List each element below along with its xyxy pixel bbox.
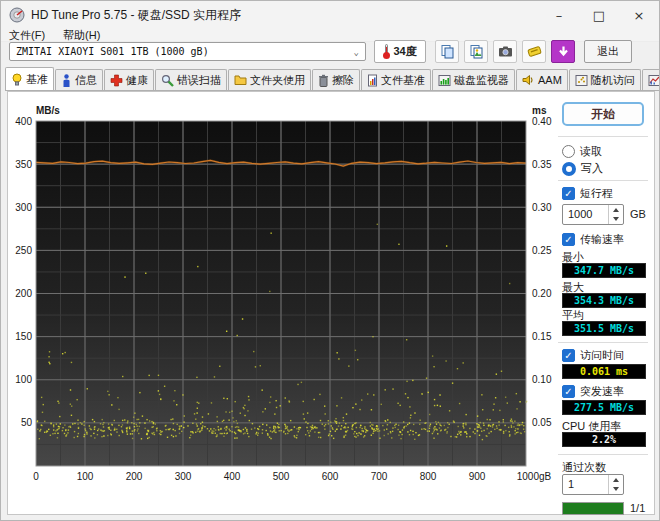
tab-label: 磁盘监视器: [454, 73, 509, 88]
magnifier-icon: [161, 74, 174, 87]
access-time-checkbox[interactable]: ✓: [562, 349, 575, 362]
save-results-button[interactable]: [522, 40, 546, 63]
svg-text:0.20: 0.20: [532, 288, 552, 299]
burst-rate-label: 突发速率: [580, 384, 624, 399]
burst-rate-value: 277.5 MB/s: [562, 400, 646, 415]
tab-label: AAM: [538, 74, 562, 86]
svg-text:300: 300: [175, 471, 192, 482]
copy-text-button[interactable]: [435, 40, 459, 63]
svg-text:200: 200: [15, 288, 32, 299]
svg-text:0.10: 0.10: [532, 374, 552, 385]
drive-selector-value: ZMITAI XIAOYI S001 1TB (1000 gB): [16, 46, 209, 57]
access-time-row[interactable]: ✓ 访问时间: [562, 348, 624, 363]
file-chart-icon: [367, 74, 378, 87]
copy-screenshot-button[interactable]: [464, 40, 488, 63]
short-stroke-row[interactable]: ✓ 短行程: [562, 186, 613, 201]
app-icon: [9, 7, 25, 23]
thermometer-icon: [383, 44, 390, 59]
tab-health[interactable]: 健康: [104, 69, 154, 90]
short-stroke-label: 短行程: [580, 186, 613, 201]
save-screenshot-button[interactable]: [493, 40, 517, 63]
burst-rate-checkbox[interactable]: ✓: [562, 385, 575, 398]
copy-image-icon: [469, 44, 484, 59]
menu-file[interactable]: 文件(F): [9, 28, 45, 43]
tab-label: 文件夹使用: [250, 73, 305, 88]
tab-folder-usage[interactable]: 文件夹使用: [228, 69, 311, 90]
tab-extra-tests[interactable]: 额外测试: [642, 69, 660, 90]
svg-text:200: 200: [126, 471, 143, 482]
download-arrow-icon: [557, 45, 570, 58]
tab-disk-monitor[interactable]: 磁盘监视器: [432, 69, 515, 90]
temperature-value: 34度: [393, 44, 416, 59]
read-radio-row[interactable]: 读取: [562, 144, 602, 159]
folder-icon: [234, 74, 247, 86]
svg-text:600: 600: [322, 471, 339, 482]
svg-text:0.25: 0.25: [532, 245, 552, 256]
trash-icon: [318, 74, 329, 87]
svg-text:150: 150: [15, 331, 32, 342]
svg-text:900: 900: [469, 471, 486, 482]
tab-label: 文件基准: [381, 73, 425, 88]
hdtune-window: HD Tune Pro 5.75 - 硬盘/SSD 实用程序 – □ × 文件(…: [0, 0, 660, 521]
short-stroke-size-input[interactable]: 1000: [562, 204, 624, 225]
monitor-chart-icon: [438, 74, 451, 87]
temperature-button[interactable]: 34度: [374, 40, 426, 63]
cpu-usage-value: 2.2%: [562, 432, 646, 447]
spin-up-icon[interactable]: [613, 208, 619, 212]
transfer-rate-row[interactable]: ✓ 传输速率: [562, 232, 624, 247]
window-title: HD Tune Pro 5.75 - 硬盘/SSD 实用程序: [31, 7, 241, 24]
extra-chart-icon: [648, 74, 660, 87]
tab-label: 擦除: [332, 73, 354, 88]
svg-text:500: 500: [273, 471, 290, 482]
svg-text:50: 50: [21, 417, 33, 428]
access-time-value: 0.061 ms: [562, 364, 646, 379]
spin-down-icon[interactable]: [613, 487, 619, 491]
read-radio[interactable]: [562, 145, 575, 158]
spin-down-icon[interactable]: [613, 217, 619, 221]
menu-help[interactable]: 帮助(H): [63, 28, 100, 43]
red-cross-icon: [110, 74, 123, 87]
burst-rate-row[interactable]: ✓ 突发速率: [562, 384, 624, 399]
pass-count-label: 通过次数: [562, 460, 606, 475]
drive-selector[interactable]: ZMITAI XIAOYI S001 1TB (1000 gB) ⌄: [9, 42, 366, 61]
tab-label: 信息: [75, 73, 97, 88]
tab-file-benchmark[interactable]: 文件基准: [361, 69, 431, 90]
start-button[interactable]: 开始: [562, 102, 644, 126]
scatter-chart-icon: [575, 74, 588, 87]
maximize-button[interactable]: □: [579, 1, 619, 29]
benchmark-controls: 开始 读取 写入 ✓ 短行程 1000 GB ✓ 传输速率: [556, 92, 652, 514]
tab-label: 随机访问: [591, 73, 635, 88]
close-button[interactable]: ×: [619, 1, 659, 29]
exit-button[interactable]: 退出: [584, 40, 632, 63]
access-time-label: 访问时间: [580, 348, 624, 363]
chevron-down-icon: ⌄: [354, 47, 359, 57]
short-stroke-checkbox[interactable]: ✓: [562, 187, 575, 200]
minimize-button[interactable]: –: [539, 1, 579, 29]
tab-error-scan[interactable]: 错误扫描: [155, 69, 227, 90]
write-label: 写入: [581, 161, 603, 176]
svg-text:0.30: 0.30: [532, 202, 552, 213]
info-icon: [61, 74, 72, 87]
tab-benchmark[interactable]: 基准: [5, 67, 54, 90]
spin-up-icon[interactable]: [613, 478, 619, 482]
tab-info[interactable]: 信息: [55, 69, 103, 90]
tab-aam[interactable]: AAM: [516, 69, 568, 90]
svg-text:250: 250: [15, 245, 32, 256]
write-radio-row[interactable]: 写入: [562, 161, 603, 176]
update-button[interactable]: [551, 40, 575, 63]
svg-text:1000gB: 1000gB: [517, 471, 552, 482]
tab-erase[interactable]: 擦除: [312, 69, 360, 90]
transfer-rate-label: 传输速率: [580, 232, 624, 247]
write-radio[interactable]: [562, 162, 576, 176]
svg-text:0.15: 0.15: [532, 331, 552, 342]
transfer-rate-checkbox[interactable]: ✓: [562, 233, 575, 246]
tab-label: 基准: [26, 72, 48, 87]
bulb-icon: [11, 73, 23, 86]
tab-random-access[interactable]: 随机访问: [569, 69, 641, 90]
speaker-icon: [522, 74, 535, 86]
pass-count-input[interactable]: 1: [562, 474, 624, 495]
svg-text:0.35: 0.35: [532, 159, 552, 170]
max-value: 354.3 MB/s: [562, 293, 646, 308]
svg-text:0.40: 0.40: [532, 116, 552, 127]
tabbar: 基准 信息 健康 错误扫描 文件夹使用 擦除 文件基准 磁盘监视器: [5, 69, 659, 91]
